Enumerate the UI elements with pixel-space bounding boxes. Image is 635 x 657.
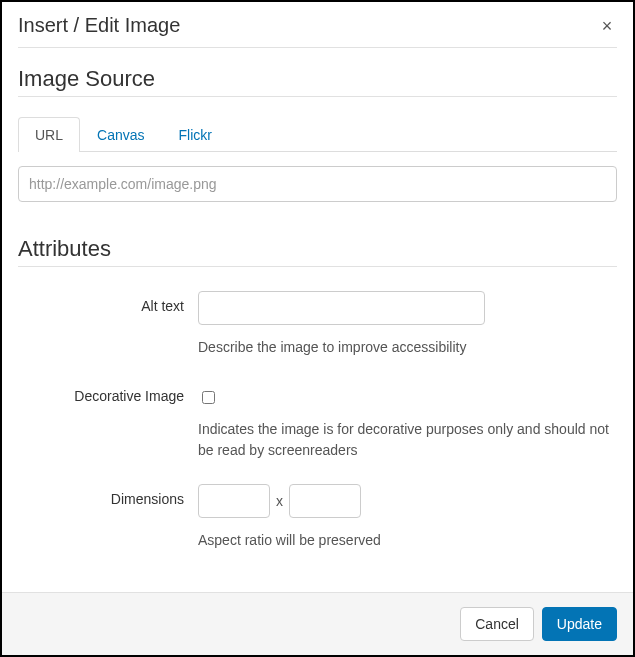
- alt-text-input[interactable]: [198, 291, 485, 325]
- height-input[interactable]: [289, 484, 361, 518]
- source-tabs: URL Canvas Flickr: [18, 117, 617, 152]
- insert-edit-image-dialog: Insert / Edit Image × Image Source URL C…: [0, 0, 635, 657]
- decorative-help: Indicates the image is for decorative pu…: [198, 419, 617, 460]
- dimensions-help: Aspect ratio will be preserved: [198, 530, 617, 550]
- dimensions-label: Dimensions: [18, 484, 198, 507]
- decorative-checkbox[interactable]: [202, 391, 215, 404]
- alt-text-label: Alt text: [18, 291, 198, 314]
- dimensions-row: Dimensions x Aspect ratio will be preser…: [18, 484, 617, 550]
- image-source-heading: Image Source: [18, 66, 617, 97]
- alt-text-row: Alt text Describe the image to improve a…: [18, 291, 617, 357]
- dialog-body: Insert / Edit Image × Image Source URL C…: [2, 2, 633, 592]
- decorative-label: Decorative Image: [18, 381, 198, 404]
- close-icon[interactable]: ×: [597, 17, 617, 35]
- cancel-button[interactable]: Cancel: [460, 607, 534, 641]
- update-button[interactable]: Update: [542, 607, 617, 641]
- tab-flickr[interactable]: Flickr: [161, 117, 228, 152]
- dialog-header: Insert / Edit Image ×: [18, 14, 617, 48]
- dialog-title: Insert / Edit Image: [18, 14, 180, 37]
- dialog-footer: Cancel Update: [2, 592, 633, 655]
- decorative-row: Decorative Image Indicates the image is …: [18, 381, 617, 460]
- tab-canvas[interactable]: Canvas: [80, 117, 161, 152]
- width-input[interactable]: [198, 484, 270, 518]
- tab-url[interactable]: URL: [18, 117, 80, 152]
- image-url-input[interactable]: [18, 166, 617, 202]
- attributes-heading: Attributes: [18, 236, 617, 267]
- dimensions-separator: x: [276, 493, 283, 509]
- alt-text-help: Describe the image to improve accessibil…: [198, 337, 617, 357]
